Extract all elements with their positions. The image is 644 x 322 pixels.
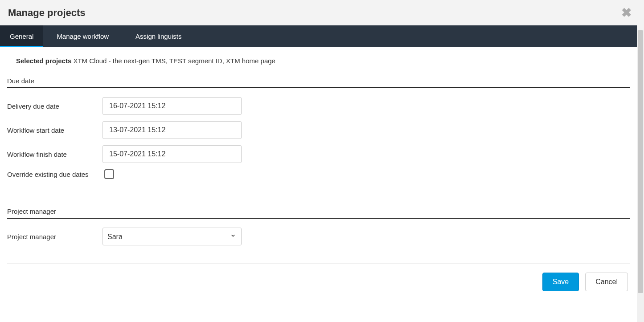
section-project-manager-header: Project manager [7,208,630,219]
tab-manage-workflow[interactable]: Manage workflow [43,25,122,47]
selected-projects-label: Selected projects [16,57,71,65]
row-project-manager: Project manager Sara [7,228,630,245]
tab-bar: General Manage workflow Assign linguists [0,25,637,47]
label-project-manager: Project manager [7,233,103,240]
input-workflow-start-date[interactable] [103,121,242,139]
input-delivery-due-date[interactable] [103,97,242,115]
row-workflow-start-date: Workflow start date [7,121,630,139]
label-delivery-due-date: Delivery due date [7,102,103,110]
cancel-button[interactable]: Cancel [585,273,628,291]
input-workflow-finish-date[interactable] [103,145,242,163]
selected-projects-row: Selected projects XTM Cloud - the next-g… [7,55,630,77]
tab-assign-linguists[interactable]: Assign linguists [122,25,195,47]
label-override-due-dates: Override existing due dates [7,171,103,178]
tab-label: Manage workflow [57,33,109,40]
scrollbar-thumb[interactable] [638,30,643,293]
row-delivery-due-date: Delivery due date [7,97,630,115]
label-workflow-start-date: Workflow start date [7,126,103,134]
selected-projects-value: XTM Cloud - the next-gen TMS, TEST segme… [73,57,275,65]
close-icon[interactable]: ✖ [617,5,636,20]
save-button[interactable]: Save [542,273,579,291]
vertical-scrollbar[interactable] [637,30,644,322]
select-project-manager[interactable]: Sara [103,228,242,245]
tab-label: Assign linguists [135,33,181,40]
tab-label: General [10,33,33,40]
label-workflow-finish-date: Workflow finish date [7,151,103,158]
modal-title: Manage projects [8,7,86,19]
modal-footer: Save Cancel [7,263,630,300]
tab-general[interactable]: General [0,25,43,47]
row-workflow-finish-date: Workflow finish date [7,145,630,163]
row-override-due-dates: Override existing due dates [7,169,630,179]
modal-header: Manage projects ✖ [0,0,644,25]
manage-projects-modal: Manage projects ✖ General Manage workflo… [0,0,644,322]
checkbox-override-due-dates[interactable] [104,169,114,179]
modal-content: Selected projects XTM Cloud - the next-g… [0,47,637,322]
section-due-date-header: Due date [7,77,630,88]
